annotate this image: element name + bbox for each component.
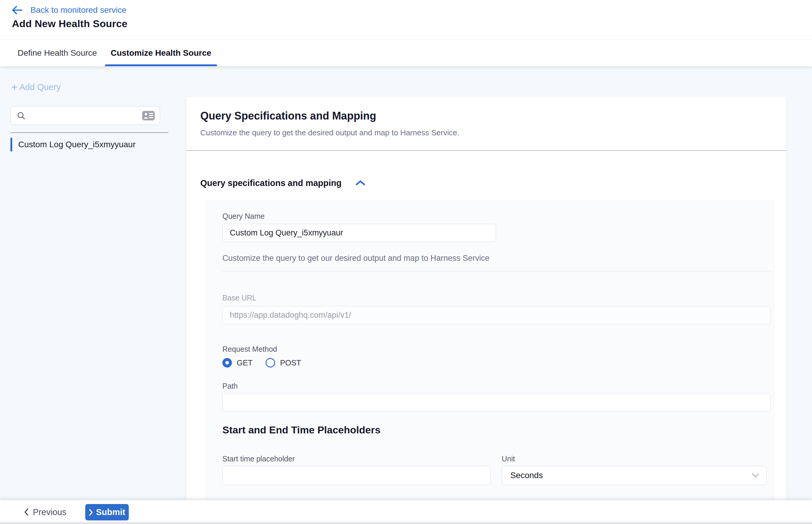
panel-header: Query Specifications and Mapping Customi… <box>186 97 786 151</box>
panel-subheading: Customize the query to get the desired o… <box>200 128 786 137</box>
start-time-placeholder-input[interactable] <box>222 466 491 485</box>
radio-post-label: POST <box>280 358 301 367</box>
submit-button-label: Submit <box>96 507 125 517</box>
radio-unselected-icon <box>265 358 275 367</box>
card-divider <box>222 271 771 272</box>
unit-select[interactable]: Seconds <box>502 466 766 485</box>
query-item-label: Custom Log Query_i5xmyyuaur <box>18 140 136 149</box>
path-input[interactable] <box>222 393 771 411</box>
query-list-item[interactable]: Custom Log Query_i5xmyyuaur <box>11 136 172 153</box>
back-to-monitored-service-link[interactable]: Back to monitored service <box>11 5 126 16</box>
query-search-input[interactable] <box>30 111 142 120</box>
previous-button-label: Previous <box>33 507 66 517</box>
radio-selected-icon <box>222 358 232 367</box>
query-name-input[interactable] <box>222 224 496 242</box>
chevron-left-icon <box>24 508 29 516</box>
back-arrow-icon <box>11 6 23 15</box>
collapsible-section-title: Query specifications and mapping <box>200 178 342 188</box>
page-header: Back to monitored service Add New Health… <box>0 0 812 40</box>
query-specifications-panel: Query Specifications and Mapping Customi… <box>186 97 786 524</box>
query-name-helper-text: Customize the query to get our desired o… <box>222 253 489 263</box>
query-mapping-card: Query Name Customize the query to get ou… <box>206 200 774 524</box>
tab-define-health-source[interactable]: Define Health Source <box>12 40 102 66</box>
chevron-down-icon <box>752 473 760 478</box>
request-method-label: Request Method <box>222 345 277 354</box>
health-source-tabbar: Define Health Source Customize Health So… <box>0 40 812 66</box>
contact-card-icon[interactable] <box>142 110 155 121</box>
request-method-radio-group: GET POST <box>222 358 301 367</box>
query-name-label: Query Name <box>222 212 265 220</box>
back-link-label: Back to monitored service <box>30 5 126 15</box>
page-title: Add New Health Source <box>12 18 128 30</box>
plus-icon: + <box>11 83 18 92</box>
add-query-label: Add Query <box>19 82 61 92</box>
submit-button[interactable]: Submit <box>85 504 129 520</box>
query-sidebar: + Add Query Custom Log Query_i5xmyyuaur <box>0 66 186 500</box>
selected-query-indicator <box>11 138 12 151</box>
radio-option-get[interactable]: GET <box>222 358 253 367</box>
previous-button[interactable]: Previous <box>24 500 66 524</box>
start-time-placeholder-label: Start time placeholder <box>222 455 295 463</box>
radio-get-label: GET <box>237 358 253 367</box>
sidebar-divider <box>11 132 168 133</box>
search-icon <box>17 111 26 120</box>
panel-heading: Query Specifications and Mapping <box>200 110 786 122</box>
time-placeholders-heading: Start and End Time Placeholders <box>222 424 380 436</box>
action-footer: Previous Submit <box>0 500 812 524</box>
tab-customize-health-source[interactable]: Customize Health Source <box>105 40 217 66</box>
unit-select-value: Seconds <box>510 471 543 480</box>
radio-option-post[interactable]: POST <box>265 358 301 367</box>
chevron-right-icon <box>89 509 93 516</box>
path-label: Path <box>222 382 238 391</box>
chevron-up-icon[interactable] <box>355 180 366 186</box>
collapsible-section-header: Query specifications and mapping <box>200 177 366 190</box>
unit-label: Unit <box>502 455 515 463</box>
base-url-label: Base URL <box>222 294 256 302</box>
base-url-input[interactable] <box>222 306 771 324</box>
add-query-button[interactable]: + Add Query <box>11 82 61 92</box>
query-search-box <box>11 106 160 125</box>
